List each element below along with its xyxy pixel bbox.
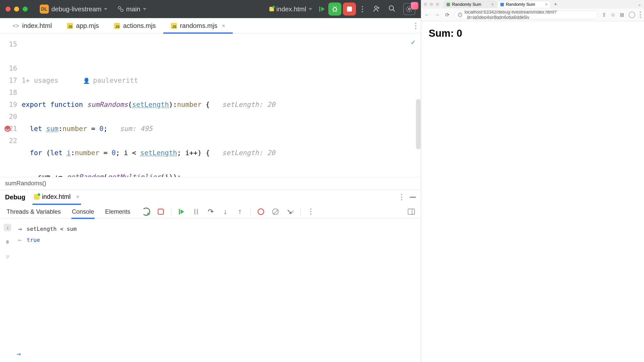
line-gutter[interactable]: 15 16 17 18 19 20 21 22 [0, 34, 21, 177]
minimize-window-icon[interactable] [430, 3, 433, 6]
window-chevron-icon[interactable]: ⌄ [638, 2, 641, 7]
tab-actions-mjs[interactable]: JS actions.mjs [106, 18, 163, 33]
chevron-down-icon [104, 8, 107, 10]
tab-title: Randomly Sum [452, 2, 481, 7]
close-window-icon[interactable] [6, 7, 11, 12]
share-icon[interactable]: ⇪ [602, 12, 606, 18]
browser-window-controls [424, 3, 439, 6]
close-tab-icon[interactable]: × [491, 2, 494, 7]
layout-settings-icon[interactable] [408, 209, 415, 215]
browser-actions: ⇪ ☆ ⊞ [602, 12, 641, 18]
run-toolbar [317, 3, 367, 16]
close-tab-icon[interactable]: × [222, 23, 225, 29]
browser-menu-icon[interactable] [640, 12, 641, 18]
tab-elements[interactable]: Elements [105, 205, 131, 219]
debug-run-button[interactable] [317, 4, 327, 14]
close-tab-icon[interactable]: × [545, 2, 548, 7]
rerun-button[interactable] [142, 207, 150, 216]
debug-tabs: Threads & Variables Console Elements ↷ ↓… [0, 205, 421, 219]
ide-titlebar: DL debug-livestream main index.html [0, 0, 421, 18]
console-result: true [27, 237, 40, 243]
pause-button[interactable] [192, 207, 200, 216]
separator [171, 207, 171, 216]
project-selector[interactable]: debug-livestream [51, 5, 107, 13]
line-number: 17 [0, 74, 17, 86]
chevron-down-icon [309, 8, 312, 10]
output-arrow-icon: ← [17, 236, 23, 244]
project-badge[interactable]: DL [40, 5, 49, 14]
tab-randoms-mjs[interactable]: JS randoms.mjs × [163, 18, 233, 33]
step-over-button[interactable]: ↷ [207, 207, 215, 216]
minimize-window-icon[interactable] [14, 7, 19, 12]
editor-breadcrumb[interactable]: sumRandoms() [0, 177, 421, 190]
collaborate-icon[interactable] [373, 5, 381, 13]
tab-label: randoms.mjs [180, 22, 217, 30]
git-branch-selector[interactable]: main [118, 5, 146, 13]
profile-icon[interactable] [629, 12, 635, 18]
forward-button[interactable]: → [434, 12, 440, 18]
favicon [447, 3, 450, 6]
svg-point-3 [408, 8, 410, 10]
console-output[interactable]: → setLength < sum ← true → [15, 219, 421, 362]
filter-icon[interactable]: ▽ [4, 253, 11, 260]
close-window-icon[interactable] [424, 3, 427, 6]
browser-tab-2[interactable]: Randomly Sum × [498, 1, 550, 8]
code-meta-line: 1+ usages pauleveritt [21, 74, 421, 86]
code-line-16: export function sumRandoms(setLength):nu… [21, 99, 421, 111]
step-out-button[interactable]: ↑ [236, 207, 244, 216]
browser-tab-1[interactable]: Randomly Sum × [444, 1, 497, 8]
site-info-icon[interactable]: i [458, 13, 462, 17]
settings-button[interactable] [403, 3, 415, 15]
tab-console[interactable]: Console [71, 205, 95, 219]
project-name: debug-livestream [51, 5, 101, 13]
stop-icon [158, 209, 164, 215]
run-config-name: index.html [276, 5, 306, 13]
extensions-icon[interactable]: ⊞ [620, 12, 624, 18]
stop-button[interactable] [343, 3, 356, 16]
debug-session-tab[interactable]: index.html × [34, 193, 79, 201]
favicon [500, 3, 504, 6]
more-run-options[interactable] [357, 4, 367, 14]
step-into-button[interactable]: ↓ [221, 207, 230, 216]
breakpoint-icon[interactable] [5, 126, 11, 132]
address-bar[interactable]: i localhost:63342/debug-livestream/index… [454, 10, 598, 19]
tab-index-html[interactable]: <> index.html [5, 18, 59, 33]
search-icon[interactable] [388, 5, 396, 13]
tab-threads-variables[interactable]: Threads & Variables [6, 205, 61, 219]
debug-title: Debug [5, 193, 25, 201]
run-configuration-selector[interactable]: index.html [269, 5, 312, 13]
clear-console-icon[interactable]: 🗑 [4, 238, 11, 246]
svg-point-2 [389, 6, 394, 10]
code-editor[interactable]: ✓ 15 16 17 18 19 20 21 22 1+ usages paul… [0, 34, 421, 177]
line-number: 19 [0, 99, 17, 111]
close-session-icon[interactable]: × [76, 194, 79, 200]
back-button[interactable]: ← [424, 12, 430, 18]
line-number: 16 [0, 62, 17, 74]
console-prompt-icon[interactable]: → [17, 350, 21, 358]
bookmark-icon[interactable]: ☆ [611, 12, 615, 18]
new-tab-button[interactable]: + [551, 1, 560, 8]
debug-more-icon[interactable] [401, 194, 402, 200]
branch-icon [118, 6, 124, 12]
input-arrow-icon: → [17, 225, 23, 233]
code-area[interactable]: 1+ usages pauleveritt export function su… [21, 34, 421, 177]
reload-button[interactable]: ⟳ [444, 12, 450, 18]
resume-button[interactable] [177, 207, 186, 216]
debug-toolbar-more[interactable] [307, 207, 315, 216]
view-breakpoints-button[interactable] [257, 207, 265, 216]
zoom-window-icon[interactable] [436, 3, 439, 6]
debug-button[interactable] [328, 3, 341, 16]
run-to-cursor-button[interactable]: ↘I [286, 207, 294, 216]
html-file-icon: <> [13, 23, 19, 29]
browser-tabbar: Randomly Sum × Randomly Sum × + ⌄ [421, 0, 644, 9]
tabs-more-button[interactable] [415, 23, 416, 29]
mute-breakpoints-button[interactable] [271, 207, 280, 216]
code-line-19: sum += getRandom(getMultiplier(i)); [21, 171, 421, 177]
console-gutter: ⤓ 🗑 ▽ [0, 219, 15, 362]
gutter-spacer [0, 50, 17, 62]
tab-app-mjs[interactable]: JS app.mjs [59, 18, 106, 33]
minimize-panel-icon[interactable] [410, 197, 416, 198]
scroll-to-end-icon[interactable]: ⤓ [4, 224, 11, 231]
zoom-window-icon[interactable] [23, 7, 28, 12]
stop-debug-button[interactable] [156, 207, 165, 216]
